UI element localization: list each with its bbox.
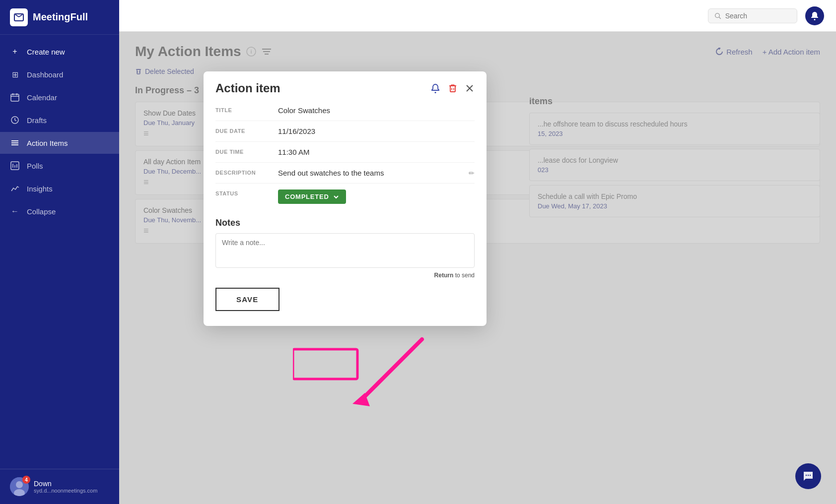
svg-point-39 (808, 475, 809, 476)
sidebar-item-collapse[interactable]: ← Collapse (0, 200, 119, 222)
modal-close-button[interactable] (465, 83, 475, 93)
title-field-label: TITLE (215, 106, 270, 113)
edit-description-icon[interactable]: ✏ (469, 169, 475, 177)
svg-point-16 (715, 13, 720, 17)
chevron-down-icon (333, 194, 339, 200)
sidebar-item-label: Polls (27, 162, 43, 170)
status-badge[interactable]: COMPLETED (278, 189, 346, 204)
title-field-value: Color Swatches (278, 106, 475, 115)
svg-point-38 (806, 475, 807, 476)
due-date-field-label: DUE DATE (215, 127, 270, 134)
drafts-icon (10, 115, 20, 125)
sidebar-item-action-items[interactable]: Action Items (0, 132, 119, 154)
due-date-field-value: 11/16/2023 (278, 127, 475, 135)
dashboard-icon: ⊞ (10, 69, 20, 79)
sidebar-item-insights[interactable]: Insights (0, 178, 119, 199)
sidebar-item-calendar[interactable]: Calendar (0, 86, 119, 108)
due-time-field-label: DUE TIME (215, 148, 270, 155)
due-date-field-row: DUE DATE 11/16/2023 (215, 121, 475, 142)
status-field-label: STATUS (215, 189, 270, 196)
notification-bell-button[interactable] (805, 6, 824, 25)
modal-title: Action item (215, 81, 280, 95)
action-item-modal: Action item (204, 71, 487, 326)
logo-icon (10, 8, 28, 26)
sidebar-item-label: Calendar (27, 93, 57, 102)
sidebar-item-label: Insights (27, 185, 53, 193)
user-name: Down (34, 480, 97, 488)
notes-textarea[interactable] (215, 233, 475, 268)
status-field-row: STATUS COMPLETED (215, 184, 475, 210)
description-field-label: DESCRIPTION (215, 169, 270, 176)
svg-point-14 (16, 481, 23, 488)
sidebar-bottom: 4 Down syd.d...noonmeetings.com (0, 469, 119, 504)
insights-icon (10, 184, 20, 193)
create-new-label: Create new (27, 48, 65, 56)
due-time-field-value: 11:30 AM (278, 148, 475, 156)
svg-point-40 (810, 475, 811, 476)
user-email: syd.d...noonmeetings.com (34, 488, 97, 494)
modal-icon-buttons (430, 83, 475, 94)
notes-section: Notes Return to send (204, 210, 487, 279)
sidebar-nav: + Create new ⊞ Dashboard Calendar (0, 35, 119, 469)
title-field-row: TITLE Color Swatches (215, 100, 475, 121)
svg-rect-28 (450, 86, 455, 92)
svg-line-17 (719, 17, 720, 18)
main-content: My Action Items i Refresh (119, 0, 836, 504)
app-logo: MeetingFull (0, 0, 119, 35)
sidebar-item-dashboard[interactable]: ⊞ Dashboard (0, 63, 119, 85)
description-field-row: DESCRIPTION Send out swatches to the tea… (215, 163, 475, 184)
sidebar: MeetingFull + Create new ⊞ Dashboard Cal… (0, 0, 119, 504)
plus-icon: + (10, 47, 20, 57)
app-name: MeetingFull (33, 11, 88, 23)
modal-bell-button[interactable] (430, 83, 441, 94)
modal-header: Action item (204, 71, 487, 100)
topbar (119, 0, 836, 32)
create-new-button[interactable]: + Create new (0, 41, 119, 63)
svg-rect-1 (11, 94, 19, 101)
action-items-icon (10, 138, 20, 148)
polls-icon (10, 161, 20, 171)
svg-point-18 (814, 19, 816, 20)
search-box[interactable] (708, 8, 797, 23)
sidebar-item-polls[interactable]: Polls (0, 155, 119, 177)
notification-badge: 4 (22, 476, 30, 484)
search-icon (714, 12, 721, 20)
chat-button[interactable] (795, 463, 821, 489)
modal-body: TITLE Color Swatches DUE DATE 11/16/2023… (204, 100, 487, 210)
sidebar-item-label: Dashboard (27, 70, 63, 79)
notes-title: Notes (215, 218, 475, 228)
description-field-value: Send out swatches to the teams (278, 169, 461, 177)
user-info: 4 Down syd.d...noonmeetings.com (10, 477, 109, 496)
notes-hint: Return to send (215, 272, 475, 279)
user-details: Down syd.d...noonmeetings.com (34, 480, 97, 494)
due-time-field-row: DUE TIME 11:30 AM (215, 142, 475, 163)
save-button[interactable]: SAVE (215, 288, 279, 311)
sidebar-item-label: Collapse (27, 207, 56, 216)
collapse-icon: ← (10, 206, 20, 216)
page-body: My Action Items i Refresh (119, 32, 836, 504)
sidebar-item-drafts[interactable]: Drafts (0, 109, 119, 131)
sidebar-item-label: Action Items (27, 139, 68, 147)
svg-point-27 (435, 92, 436, 93)
calendar-icon (10, 92, 20, 102)
modal-trash-button[interactable] (448, 83, 458, 93)
search-input[interactable] (725, 12, 791, 20)
save-button-wrap: SAVE (204, 279, 487, 311)
sidebar-item-label: Drafts (27, 116, 47, 125)
avatar-wrap: 4 (10, 477, 29, 496)
